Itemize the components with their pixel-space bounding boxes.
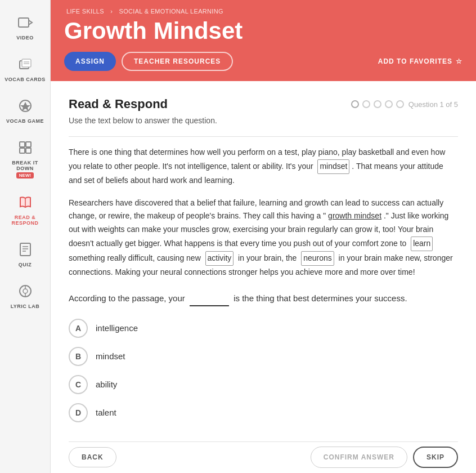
skip-button[interactable]: SKIP (413, 447, 458, 468)
svg-rect-8 (20, 142, 25, 147)
passage: There is one thing that determines how w… (69, 146, 458, 279)
blank-space (190, 292, 229, 306)
book-icon (15, 192, 35, 212)
dot-3 (374, 100, 381, 108)
page-title: Growth Mindset (64, 18, 462, 44)
header: LIFE SKILLS › SOCIAL & EMOTIONAL LEARNIN… (51, 0, 476, 81)
sidebar-item-lyric-lab-label: LYRIC LAB (11, 304, 40, 309)
lyric-icon (15, 281, 35, 301)
breadcrumb-part2: SOCIAL & EMOTIONAL LEARNING (119, 8, 223, 15)
quiz-area: Read & Respond Question 1 of 5 Use the t… (51, 81, 476, 473)
sidebar-item-vocab-game[interactable]: VOCAB GAME (0, 89, 50, 131)
video-icon (15, 12, 35, 33)
back-button[interactable]: BACK (69, 447, 116, 467)
growth-mindset-underline: growth mindset (328, 211, 381, 220)
choice-c-text: ability (96, 380, 117, 389)
confirm-answer-button[interactable]: CONFIRM ANSWER (311, 447, 407, 468)
question-meta: Question 1 of 5 (351, 100, 458, 109)
confirm-skip-group: CONFIRM ANSWER SKIP (311, 447, 458, 468)
add-to-favorites-button[interactable]: ADD TO FAVORITES ☆ (378, 57, 462, 65)
sidebar-item-quiz-label: QUIZ (19, 262, 32, 267)
new-badge: NEW! (16, 172, 34, 179)
question-title: Read & Respond (69, 97, 168, 111)
game-icon (15, 96, 35, 116)
svg-rect-9 (26, 142, 31, 147)
sidebar-item-lyric-lab[interactable]: LYRIC LAB (0, 274, 50, 316)
svg-point-18 (23, 289, 28, 293)
question-header: Read & Respond Question 1 of 5 (69, 97, 458, 111)
cards-icon (15, 54, 35, 74)
breadcrumb: LIFE SKILLS › SOCIAL & EMOTIONAL LEARNIN… (64, 8, 462, 15)
breadcrumb-part1: LIFE SKILLS (66, 8, 104, 15)
sidebar-item-vocab-cards-label: VOCAB CARDS (5, 77, 46, 82)
learn-highlight: learn (411, 236, 433, 251)
choice-d-letter: D (69, 403, 88, 422)
dot-5 (396, 100, 404, 108)
sidebar-item-vocab-game-label: VOCAB GAME (6, 118, 44, 124)
choice-b-text: mindset (96, 351, 125, 361)
header-actions: ASSIGN TEACHER RESOURCES ADD TO FAVORITE… (64, 52, 462, 71)
choice-a-text: intelligence (96, 323, 138, 333)
mindset-highlight: mindset (317, 159, 349, 174)
sidebar-item-break-label: BREAK ITDOWN (12, 160, 38, 171)
sidebar-item-break-it-down[interactable]: BREAK ITDOWN NEW! (0, 131, 50, 185)
sidebar-item-quiz[interactable]: QUIZ (0, 233, 50, 274)
header-buttons: ASSIGN TEACHER RESOURCES (64, 52, 233, 71)
teacher-resources-button[interactable]: TEACHER RESOURCES (122, 52, 233, 71)
choice-a[interactable]: A intelligence (69, 318, 458, 339)
choice-c[interactable]: C ability (69, 374, 458, 395)
sidebar-item-video[interactable]: VIDEO (0, 6, 50, 47)
svg-rect-10 (20, 148, 25, 153)
sidebar-item-video-label: VIDEO (16, 35, 34, 41)
quiz-icon (15, 239, 35, 260)
dot-2 (362, 100, 370, 108)
question-text: According to the passage, your is the th… (69, 292, 458, 306)
dot-1 (351, 100, 359, 108)
svg-rect-11 (26, 148, 31, 153)
progress-dots (351, 100, 404, 108)
activity-highlight: activity (205, 251, 234, 266)
dot-4 (385, 100, 393, 108)
choice-b[interactable]: B mindset (69, 346, 458, 367)
sidebar-item-vocab-cards[interactable]: VOCAB CARDS (0, 47, 50, 89)
svg-rect-0 (19, 18, 29, 27)
sidebar-item-read-respond[interactable]: READ &RESPOND (0, 185, 50, 233)
answer-choices: A intelligence B mindset C ability D tal… (69, 318, 458, 423)
main-content: LIFE SKILLS › SOCIAL & EMOTIONAL LEARNIN… (51, 0, 476, 473)
sidebar: VIDEO VOCAB CARDS VOCAB GAME (0, 0, 51, 473)
question-instruction: Use the text below to answer the questio… (69, 116, 458, 125)
passage-paragraph-2: Researchers have discovered that a belie… (69, 197, 458, 279)
svg-rect-3 (22, 59, 31, 67)
sidebar-item-read-respond-label: READ &RESPOND (11, 215, 38, 226)
neurons-highlight: neurons (301, 251, 334, 266)
question-counter: Question 1 of 5 (408, 100, 458, 109)
choice-a-letter: A (69, 319, 88, 338)
break-icon (15, 137, 35, 158)
add-to-favorites-label: ADD TO FAVORITES (378, 57, 452, 65)
bottom-actions: BACK CONFIRM ANSWER SKIP (69, 441, 458, 468)
divider-1 (69, 136, 458, 137)
choice-d[interactable]: D talent (69, 402, 458, 423)
star-icon: ☆ (456, 57, 462, 65)
choice-c-letter: C (69, 375, 88, 394)
passage-paragraph-1: There is one thing that determines how w… (69, 146, 458, 187)
assign-button[interactable]: ASSIGN (64, 52, 116, 71)
breadcrumb-sep: › (110, 8, 113, 15)
svg-marker-1 (29, 20, 32, 25)
choice-b-letter: B (69, 347, 88, 366)
choice-d-text: talent (96, 408, 116, 417)
svg-rect-13 (20, 243, 30, 256)
